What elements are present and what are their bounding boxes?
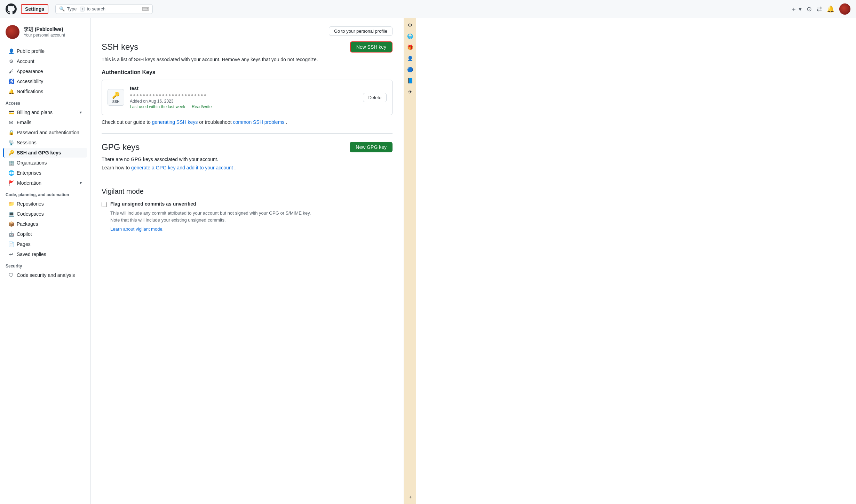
sidebar-label: Codespaces xyxy=(17,211,44,217)
shield-icon: 🛡 xyxy=(8,272,14,278)
common-problems-link[interactable]: common SSH problems xyxy=(233,119,284,125)
gear-icon: ⚙ xyxy=(8,58,14,64)
sidebar-item-appearance[interactable]: 🖌 Appearance xyxy=(3,66,87,76)
gpg-title: GPG keys xyxy=(102,142,140,152)
sidebar-label: Packages xyxy=(17,221,38,227)
sidebar-section-security: Security xyxy=(0,259,90,270)
settings-button[interactable]: Settings xyxy=(21,4,48,14)
sidebar-item-enterprises[interactable]: 🌐 Enterprises xyxy=(3,168,87,178)
package-icon: 📦 xyxy=(8,221,14,227)
globe-icon: 🌐 xyxy=(8,170,14,176)
broadcast-icon: 📡 xyxy=(8,140,14,145)
avatar[interactable] xyxy=(839,3,850,15)
sidebar-label: Enterprises xyxy=(17,170,41,176)
sidebar-label: Notifications xyxy=(17,89,43,94)
guide-text: Check out our guide to generating SSH ke… xyxy=(102,119,393,125)
key-added-date: Added on Aug 16, 2023 xyxy=(130,99,212,104)
sidebar-label: Accessibility xyxy=(17,79,43,84)
sidebar-item-moderation[interactable]: 🚩 Moderation ▾ xyxy=(3,178,87,188)
ext-icon-2[interactable]: 🌐 xyxy=(406,32,414,40)
sidebar-item-public-profile[interactable]: 👤 Public profile xyxy=(3,46,87,56)
sidebar-item-saved-replies[interactable]: ↩ Saved replies xyxy=(3,249,87,259)
ext-icon-5[interactable]: 🔵 xyxy=(406,65,414,74)
gpg-generate-link[interactable]: generate a GPG key and add it to your ac… xyxy=(131,165,233,170)
vigilant-checkbox-label[interactable]: Flag unsigned commits as unverified xyxy=(110,201,196,207)
brush-icon: 🖌 xyxy=(8,69,14,74)
github-logo[interactable] xyxy=(6,3,17,15)
ssh-description: This is a list of SSH keys associated wi… xyxy=(102,57,393,62)
ext-icon-7[interactable]: ✈ xyxy=(406,88,414,96)
search-icon: 🔍 xyxy=(59,6,65,11)
reply-icon: ↩ xyxy=(8,251,14,257)
sidebar-item-organizations[interactable]: 🏢 Organizations xyxy=(3,158,87,168)
sidebar-label: Pages xyxy=(17,241,31,247)
goto-profile-button[interactable]: Go to your personal profile xyxy=(329,26,393,36)
bell-icon: 🔔 xyxy=(8,89,14,94)
vigilant-checkbox-row: Flag unsigned commits as unverified xyxy=(102,201,393,207)
key-last-used: Last used within the last week — Read/wr… xyxy=(130,104,212,109)
new-gpg-key-button[interactable]: New GPG key xyxy=(350,142,393,152)
repo-icon: 📁 xyxy=(8,201,14,207)
sidebar-avatar xyxy=(6,25,19,39)
report-icon: 🚩 xyxy=(8,180,14,186)
section-divider-2 xyxy=(102,179,393,179)
sidebar-item-password[interactable]: 🔒 Password and authentication xyxy=(3,128,87,137)
notifications-button[interactable]: 🔔 xyxy=(827,5,834,13)
org-icon: 🏢 xyxy=(8,160,14,166)
sidebar-nav: 👤 Public profile ⚙ Account 🖌 Appearance … xyxy=(0,46,90,280)
creditcard-icon: 💳 xyxy=(8,110,14,115)
sidebar-item-pages[interactable]: 📄 Pages xyxy=(3,239,87,249)
sidebar-section-access: Access xyxy=(0,97,90,107)
ext-icon-plus[interactable]: ＋ xyxy=(406,493,414,501)
gpg-learn-text: Learn how to generate a GPG key and add … xyxy=(102,165,393,170)
ssh-key-icon: 🔑 SSH xyxy=(108,89,124,106)
sidebar-label: Moderation xyxy=(17,180,41,186)
sidebar-item-sessions[interactable]: 📡 Sessions xyxy=(3,138,87,147)
sidebar-item-accessibility[interactable]: ♿ Accessibility xyxy=(3,77,87,86)
search-bar[interactable]: 🔍 Type / to search ⌨ xyxy=(55,4,153,14)
sidebar-label: Organizations xyxy=(17,160,47,166)
sidebar-item-codespaces[interactable]: 💻 Codespaces xyxy=(3,209,87,219)
chevron-down-icon: ▾ xyxy=(80,110,82,115)
section-divider-1 xyxy=(102,133,393,134)
sidebar-item-account[interactable]: ⚙ Account xyxy=(3,56,87,66)
ext-icon-6[interactable]: 📘 xyxy=(406,77,414,85)
sidebar-item-code-security[interactable]: 🛡 Code security and analysis xyxy=(3,270,87,280)
pages-icon: 📄 xyxy=(8,241,14,247)
sidebar-item-emails[interactable]: ✉ Emails xyxy=(3,118,87,127)
key-name: test xyxy=(130,86,212,91)
sidebar: 李进 (Pabloxllwe) Your personal account 👤 … xyxy=(0,18,90,504)
gpg-section-header: GPG keys New GPG key xyxy=(102,142,393,152)
sidebar-item-billing[interactable]: 💳 Billing and plans ▾ xyxy=(3,107,87,117)
ext-icon-4[interactable]: 👤 xyxy=(406,54,414,63)
create-button[interactable]: ＋ ▾ xyxy=(791,5,802,13)
sidebar-label: SSH and GPG keys xyxy=(17,150,61,155)
sidebar-item-notifications[interactable]: 🔔 Notifications xyxy=(3,87,87,96)
sidebar-user-sub: Your personal account xyxy=(24,33,65,38)
sidebar-item-packages[interactable]: 📦 Packages xyxy=(3,219,87,229)
terminal-icon: ⌨ xyxy=(142,6,149,12)
pullrequests-button[interactable]: ⇄ xyxy=(817,5,822,13)
ext-icon-1[interactable]: ⚙ xyxy=(406,21,414,29)
sidebar-label: Appearance xyxy=(17,69,43,74)
key-symbol: 🔑 xyxy=(112,91,120,99)
copilot-icon: 🤖 xyxy=(8,231,14,237)
issues-button[interactable]: ⊙ xyxy=(807,5,812,13)
search-suffix: to search xyxy=(87,6,105,11)
generating-ssh-link[interactable]: generating SSH keys xyxy=(152,119,198,125)
new-ssh-key-button[interactable]: New SSH key xyxy=(350,41,393,53)
delete-key-button[interactable]: Delete xyxy=(363,93,387,102)
sidebar-item-repositories[interactable]: 📁 Repositories xyxy=(3,199,87,209)
sidebar-section-code: Code, planning, and automation xyxy=(0,188,90,199)
sidebar-label: Billing and plans xyxy=(17,110,53,115)
sidebar-item-ssh-gpg[interactable]: 🔑 SSH and GPG keys xyxy=(3,148,87,158)
vigilant-learn-link[interactable]: Learn about vigilant mode. xyxy=(110,226,164,232)
sidebar-label: Account xyxy=(17,58,34,64)
search-kbd: / xyxy=(80,7,85,11)
sidebar-item-copilot[interactable]: 🤖 Copilot xyxy=(3,229,87,239)
ext-icon-3[interactable]: 🎁 xyxy=(406,43,414,51)
vigilant-checkbox[interactable] xyxy=(102,202,107,207)
sidebar-label: Password and authentication xyxy=(17,130,79,135)
sidebar-label: Emails xyxy=(17,120,31,125)
mail-icon: ✉ xyxy=(8,120,14,125)
